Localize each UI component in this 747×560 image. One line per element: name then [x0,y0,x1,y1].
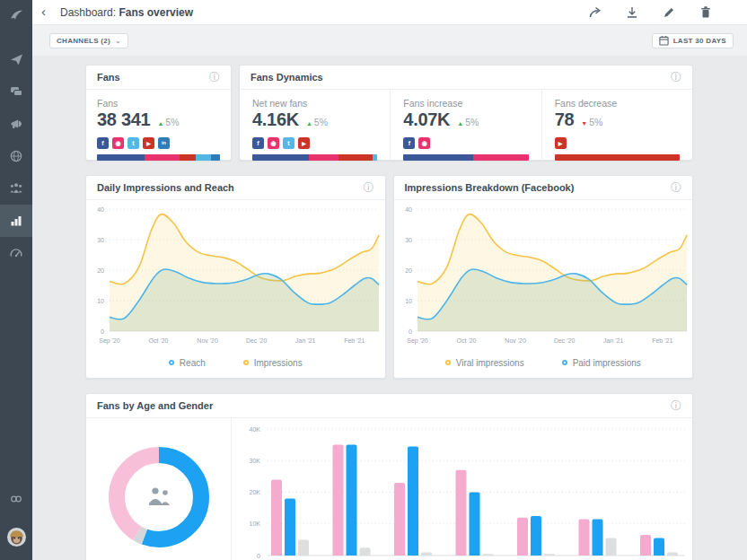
age-bars-box: 010K20K30K40K [232,418,692,560]
download-icon[interactable] [625,5,639,20]
linkedin-icon[interactable]: in [158,137,170,149]
metric-value-row: 38 341▲5% [97,109,220,130]
metric-delta: ▲5% [306,117,328,127]
app-window: ‹ Dashboard: Fans overview CHANNELS (2) … [0,0,747,560]
date-range-button[interactable]: LAST 30 DAYS [652,33,734,48]
channels-dropdown[interactable]: CHANNELS (2) ⌄ [49,33,128,48]
paper-plane-icon[interactable] [0,43,32,75]
up-triangle-icon: ▲ [457,120,463,127]
svg-text:0: 0 [101,328,104,335]
bar-gray [298,539,309,556]
megaphone-icon[interactable] [0,108,32,140]
bar-pink [333,445,344,556]
page-title-name: Fans overview [119,6,193,19]
row-line-charts: Daily Impressions and Reach ⓘ 010203040S… [85,175,693,379]
share-icon[interactable] [588,5,602,20]
share-segment-twitter [373,154,378,161]
facebook-icon[interactable]: f [97,137,109,149]
legend-item[interactable]: Reach [169,358,206,368]
fans-dynamics-card: Fans Dynamics ⓘ Net new fans4.16K▲5%f◉t▶… [239,65,693,161]
fans-dynamics-metrics: Net new fans4.16K▲5%f◉t▶Fans increase4.0… [240,90,692,161]
bar-blue [408,446,418,556]
trash-icon[interactable] [699,5,713,20]
legend-item[interactable]: Impressions [243,358,303,368]
impressions-breakdown-title: Impressions Breakdown (Facebook) [405,182,575,193]
user-avatar[interactable] [0,521,32,553]
bar-blue [654,538,664,556]
twitter-icon[interactable]: t [283,137,294,149]
people-audience-icon[interactable] [0,172,32,205]
metric-value: 4.16K [252,109,299,130]
impressions-breakdown-card: Impressions Breakdown (Facebook) ⓘ 01020… [393,175,694,379]
gender-donut-chart [92,430,226,560]
bar-gray [421,553,432,556]
filter-toolbar: CHANNELS (2) ⌄ LAST 30 DAYS [32,25,747,56]
wing-logo-icon[interactable] [0,0,32,31]
bar-chart-icon[interactable] [0,205,32,237]
info-icon[interactable]: ⓘ [671,400,681,411]
metric-value: 78 [555,109,575,130]
metric-label: Fans decrease [555,98,680,109]
top-header: ‹ Dashboard: Fans overview [32,0,747,25]
youtube-icon[interactable]: ▶ [143,137,154,149]
legend-label: Viral impressions [456,358,524,368]
info-icon[interactable]: ⓘ [364,182,374,193]
chat-bubbles-icon[interactable] [0,75,32,108]
bar-gray [483,554,494,556]
info-icon[interactable]: ⓘ [671,182,681,193]
metric-value: 4.07K [403,109,450,130]
svg-text:Sep '20: Sep '20 [407,337,428,345]
channel-share-bar [555,154,680,161]
svg-text:30: 30 [405,237,412,243]
back-chevron-icon[interactable]: ‹ [41,4,53,21]
channel-chips: f◉t▶ [252,137,377,149]
facebook-icon[interactable]: f [252,137,264,149]
legend-label: Reach [180,358,206,368]
facebook-icon[interactable]: f [403,137,415,149]
svg-text:40: 40 [405,206,412,213]
gauge-icon[interactable] [0,237,32,269]
twitter-icon[interactable]: t [127,137,139,149]
info-icon[interactable]: ⓘ [209,72,220,83]
share-segment-youtube [555,154,680,161]
instagram-icon[interactable]: ◉ [112,137,124,149]
age-gender-card: Fans by Age and Gender ⓘ 010K20K30K40K [85,393,693,560]
bar-blue [531,516,541,556]
instagram-icon[interactable]: ◉ [268,137,279,149]
bar-gray [544,554,555,556]
date-range-label: LAST 30 DAYS [673,37,726,45]
legend-item[interactable]: Paid impressions [562,358,641,368]
svg-text:Nov '20: Nov '20 [197,337,218,344]
page-title: Dashboard: Fans overview [60,6,193,19]
channel-share-bar [97,154,220,161]
bar-blue [593,520,603,556]
metric-delta-value: 5% [589,117,602,127]
daily-impressions-title: Daily Impressions and Reach [97,182,234,193]
row-summary: Fans ⓘ Fans38 341▲5%f◉t▶in Fans Dynamics… [85,65,693,161]
svg-text:Feb '21: Feb '21 [344,337,365,344]
edit-pencil-icon[interactable] [662,5,676,20]
svg-text:0: 0 [257,553,260,559]
svg-text:20: 20 [97,267,104,274]
people-icon [149,487,170,505]
svg-text:30K: 30K [250,458,261,464]
channel-chips: ▶ [555,137,680,149]
youtube-icon[interactable]: ▶ [298,137,310,149]
metric-delta: ▼5% [581,117,602,127]
globe-icon[interactable] [0,140,32,172]
metric-label: Net new fans [252,98,377,109]
down-triangle-icon: ▼ [581,120,587,127]
link-icon[interactable] [0,483,32,515]
instagram-icon[interactable]: ◉ [418,137,430,149]
up-triangle-icon: ▲ [157,120,163,127]
legend-marker-icon [445,360,451,365]
youtube-icon[interactable]: ▶ [555,137,567,149]
svg-text:Dec '20: Dec '20 [553,337,575,344]
daily-impressions-chart: 010203040Sep '20Oct '20Nov '20Dec '20Jan… [86,200,384,349]
legend-item[interactable]: Viral impressions [445,358,524,368]
share-segment-youtube [338,154,373,161]
dynamics-metric: Net new fans4.16K▲5%f◉t▶ [240,90,390,161]
info-icon[interactable]: ⓘ [671,72,681,83]
metric-value-row: 4.16K▲5% [252,109,377,130]
svg-text:Nov '20: Nov '20 [505,337,526,344]
